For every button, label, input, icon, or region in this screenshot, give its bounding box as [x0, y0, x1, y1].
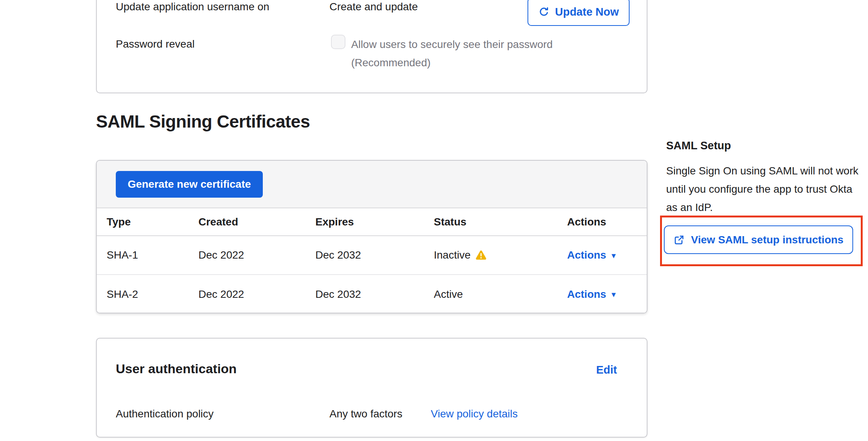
refresh-icon — [538, 6, 550, 18]
caret-down-icon: ▼ — [610, 252, 617, 259]
column-header-type: Type — [97, 208, 189, 236]
view-saml-setup-instructions-label: View SAML setup instructions — [691, 234, 843, 246]
view-saml-setup-instructions-button[interactable]: View SAML setup instructions — [664, 225, 853, 254]
view-policy-details-link[interactable]: View policy details — [431, 408, 518, 420]
column-header-actions: Actions — [557, 208, 647, 236]
warning-icon — [475, 250, 487, 260]
status-text: Inactive — [434, 249, 471, 261]
column-header-status: Status — [424, 208, 557, 236]
table-row: SHA-1 Dec 2022 Dec 2032 Inactive — [97, 236, 647, 275]
update-now-label: Update Now — [555, 6, 619, 18]
saml-setup-heading: SAML Setup — [666, 139, 731, 152]
status-text: Active — [434, 288, 463, 300]
cell-expires: Dec 2032 — [305, 275, 424, 313]
username-update-label: Update application username on — [116, 1, 269, 13]
actions-dropdown[interactable]: Actions ▼ — [567, 288, 617, 300]
cell-status: Inactive — [424, 236, 557, 275]
saml-certificates-card: Generate new certificate Type Created Ex… — [96, 160, 647, 313]
column-header-expires: Expires — [305, 208, 424, 236]
saml-setup-description: Single Sign On using SAML will not work … — [666, 162, 861, 217]
generate-new-certificate-button[interactable]: Generate new certificate — [116, 171, 263, 198]
cell-type: SHA-2 — [97, 275, 189, 313]
cell-created: Dec 2022 — [189, 236, 305, 275]
actions-dropdown[interactable]: Actions ▼ — [567, 249, 617, 261]
password-reveal-checkbox[interactable] — [331, 35, 345, 49]
cell-actions: Actions ▼ — [557, 275, 647, 313]
authentication-policy-value: Any two factors — [329, 408, 402, 420]
username-update-value: Create and update — [329, 1, 418, 13]
cell-type: SHA-1 — [97, 236, 189, 275]
cell-status: Active — [424, 275, 557, 313]
user-authentication-title: User authentication — [116, 361, 237, 376]
cell-actions: Actions ▼ — [557, 236, 647, 275]
password-reveal-label: Password reveal — [116, 38, 195, 50]
external-link-icon — [673, 234, 685, 246]
authentication-policy-label: Authentication policy — [116, 408, 214, 420]
cell-expires: Dec 2032 — [305, 236, 424, 275]
user-authentication-card: User authentication Edit Authentication … — [96, 338, 647, 438]
edit-link[interactable]: Edit — [596, 364, 617, 376]
certificates-table: Type Created Expires Status Actions SHA-… — [97, 208, 647, 313]
cell-created: Dec 2022 — [189, 275, 305, 313]
password-reveal-checkbox-label: Allow users to securely see their passwo… — [351, 35, 595, 72]
certificates-table-header-row: Type Created Expires Status Actions — [97, 208, 647, 236]
caret-down-icon: ▼ — [610, 291, 617, 298]
update-now-button[interactable]: Update Now — [528, 0, 630, 26]
saml-signing-certificates-heading: SAML Signing Certificates — [96, 111, 310, 132]
actions-label: Actions — [567, 249, 606, 261]
certificates-card-header: Generate new certificate — [97, 161, 647, 208]
column-header-created: Created — [189, 208, 305, 236]
app-settings-card: Update application username on Create an… — [96, 0, 647, 93]
actions-label: Actions — [567, 288, 606, 300]
table-row: SHA-2 Dec 2022 Dec 2032 Active Actions ▼ — [97, 275, 647, 313]
